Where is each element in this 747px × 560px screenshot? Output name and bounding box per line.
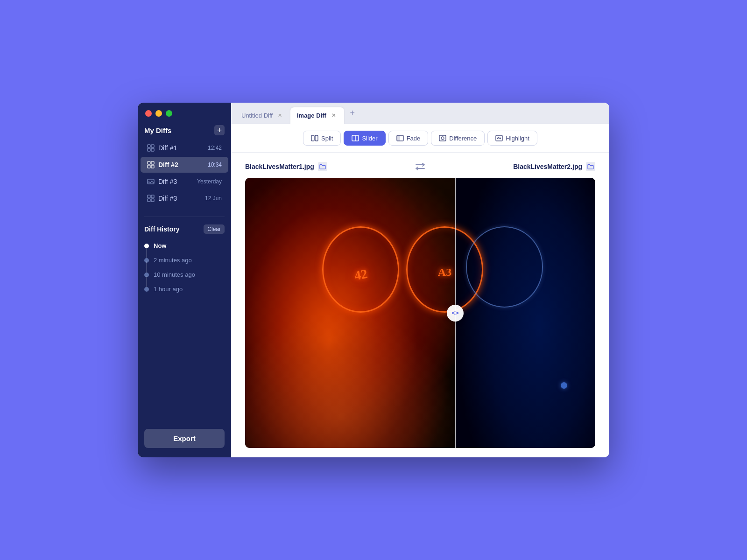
difference-button[interactable]: Difference — [431, 131, 485, 146]
svg-rect-19 — [439, 135, 446, 141]
highlight-button[interactable]: Highlight — [487, 131, 537, 146]
history-label-2min: 2 minutes ago — [154, 257, 192, 264]
sidebar: My Diffs + Diff #1 12:42 — [138, 103, 231, 457]
sidebar-header: My Diffs + — [138, 122, 231, 140]
svg-rect-14 — [315, 135, 318, 141]
svg-rect-1 — [151, 145, 154, 147]
history-item-2min[interactable]: 2 minutes ago — [144, 253, 225, 267]
diff-history-header: Diff History Clear — [138, 222, 231, 238]
clear-history-button[interactable]: Clear — [204, 224, 225, 234]
diff-3a-time: Yesterday — [197, 178, 222, 185]
svg-rect-2 — [148, 148, 150, 151]
maximize-button[interactable] — [166, 110, 172, 117]
svg-rect-10 — [151, 195, 154, 198]
slider-handle-label: <> — [451, 309, 458, 316]
slider-icon — [352, 134, 359, 142]
diff-item-3a[interactable]: Diff #3 Yesterday — [141, 174, 228, 189]
traffic-lights — [138, 103, 231, 122]
tabs-bar: Untitled Diff ✕ Image Diff ✕ + — [231, 103, 609, 124]
highlight-icon — [495, 134, 503, 142]
svg-rect-0 — [148, 145, 150, 147]
slider-button[interactable]: Slider — [344, 131, 385, 146]
difference-label: Difference — [449, 135, 477, 142]
diff-3a-name: Diff #3 — [158, 178, 177, 185]
my-diffs-title: My Diffs — [144, 126, 171, 134]
close-button[interactable] — [145, 110, 152, 117]
svg-rect-7 — [151, 165, 154, 168]
svg-rect-3 — [151, 148, 154, 151]
diff-grid-icon-2 — [147, 161, 155, 168]
split-icon — [311, 134, 318, 142]
fade-icon — [396, 134, 404, 142]
right-filename: BlackLivesMatter2.jpg — [513, 163, 582, 170]
diff-grid-icon — [147, 144, 155, 152]
left-image-label: BlackLivesMatter1.jpg — [245, 162, 327, 171]
diff-item-3b[interactable]: Diff #3 12 Jun — [141, 190, 228, 206]
svg-rect-8 — [148, 179, 154, 184]
highlight-label: Highlight — [506, 135, 529, 142]
history-label-10min: 10 minutes ago — [154, 271, 195, 278]
svg-rect-6 — [148, 165, 150, 168]
diff-item-1[interactable]: Diff #1 12:42 — [141, 140, 228, 156]
image-compare-inner: 42 A3 <> — [245, 178, 595, 448]
tab-add-button[interactable]: + — [346, 107, 359, 120]
right-image — [455, 178, 595, 448]
history-list: Now 2 minutes ago 10 minutes ago 1 hour … — [138, 238, 231, 296]
dark-glasses-ring — [466, 226, 543, 308]
svg-rect-5 — [151, 161, 154, 164]
tab-image-diff[interactable]: Image Diff ✕ — [290, 107, 344, 124]
sidebar-spacer — [138, 296, 231, 423]
swap-images-button[interactable] — [415, 162, 426, 171]
main-content: Untitled Diff ✕ Image Diff ✕ + Split — [231, 103, 609, 457]
export-button[interactable]: Export — [144, 429, 225, 448]
toolbar: Split Slider Fade — [231, 124, 609, 153]
diff-grid-icon-3b — [147, 195, 155, 202]
history-item-10min[interactable]: 10 minutes ago — [144, 267, 225, 282]
tab-untitled[interactable]: Untitled Diff ✕ — [235, 107, 290, 124]
fade-button[interactable]: Fade — [388, 131, 429, 146]
history-label-now: Now — [154, 242, 166, 249]
svg-rect-11 — [148, 199, 150, 202]
svg-rect-13 — [311, 135, 314, 141]
diff-history-title: Diff History — [144, 225, 179, 233]
app-window: My Diffs + Diff #1 12:42 — [138, 103, 609, 457]
tab-untitled-close[interactable]: ✕ — [276, 112, 284, 119]
image-compare-container: 42 A3 <> — [245, 178, 595, 448]
sidebar-divider — [144, 217, 225, 217]
diff-3b-time: 12 Jun — [205, 195, 222, 202]
left-image — [245, 178, 455, 448]
diff-item-2[interactable]: Diff #2 10:34 — [141, 157, 228, 173]
tab-image-diff-close[interactable]: ✕ — [330, 112, 338, 119]
diff-2-name: Diff #2 — [158, 161, 178, 168]
fade-label: Fade — [407, 135, 421, 142]
difference-icon — [439, 134, 446, 142]
right-folder-icon[interactable] — [586, 162, 595, 171]
add-diff-button[interactable]: + — [214, 125, 225, 135]
right-image-label: BlackLivesMatter2.jpg — [513, 162, 595, 171]
diff-1-time: 12:42 — [208, 145, 222, 151]
svg-point-20 — [441, 137, 444, 140]
left-folder-icon[interactable] — [318, 162, 327, 171]
slider-handle[interactable]: <> — [447, 305, 464, 322]
left-filename: BlackLivesMatter1.jpg — [245, 163, 314, 170]
split-button[interactable]: Split — [303, 131, 341, 146]
svg-rect-4 — [148, 161, 150, 164]
diff-list: Diff #1 12:42 Diff #2 10:34 — [138, 140, 231, 212]
tab-untitled-label: Untitled Diff — [241, 112, 273, 119]
history-item-1hr[interactable]: 1 hour ago — [144, 282, 225, 296]
svg-rect-9 — [148, 195, 150, 198]
svg-rect-12 — [151, 199, 154, 202]
diff-1-name: Diff #1 — [158, 144, 177, 152]
svg-rect-18 — [397, 135, 400, 141]
neon-text-left: 42 — [321, 237, 401, 313]
history-label-1hr: 1 hour ago — [154, 286, 183, 293]
minimize-button[interactable] — [155, 110, 162, 117]
split-label: Split — [321, 135, 333, 142]
swap-icon — [415, 162, 426, 171]
slider-label: Slider — [362, 135, 377, 142]
history-item-now: Now — [144, 238, 225, 253]
image-labels: BlackLivesMatter1.jpg BlackLivesMatter2.… — [245, 162, 595, 171]
diff-3b-name: Diff #3 — [158, 195, 177, 202]
blue-dot — [561, 382, 567, 389]
diff-image-icon-3a — [147, 178, 155, 185]
